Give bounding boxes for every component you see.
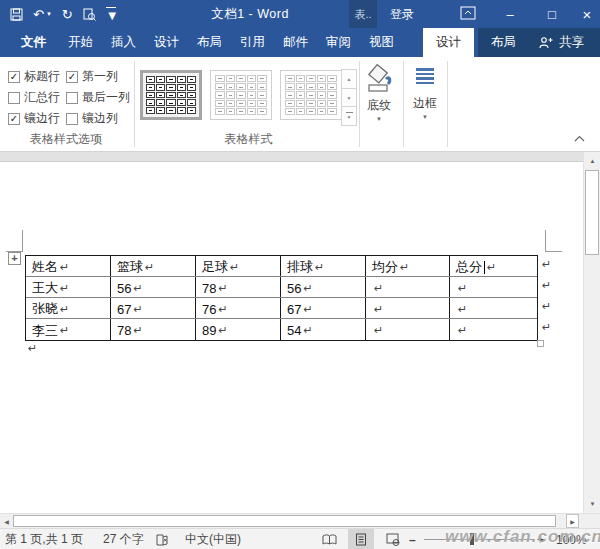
table-header-row[interactable]: 姓名↵ 篮球↵ 足球↵ 排球↵ 均分↵ 总分↵ (26, 256, 537, 277)
table-style-thumbnail-selected[interactable] (140, 70, 202, 120)
end-of-cell-mark: ↵ (60, 324, 69, 337)
tab-table-layout[interactable]: 布局 (478, 28, 529, 57)
end-of-cell-mark: ↵ (458, 282, 467, 295)
save-icon[interactable] (10, 8, 23, 21)
shading-label: 底纹 (367, 97, 391, 114)
horizontal-scrollbar-thumb[interactable] (13, 515, 556, 527)
customize-quick-access-toolbar-icon[interactable]: ▼ (106, 7, 116, 22)
zoom-in-button[interactable]: + (537, 529, 544, 549)
horizontal-scrollbar[interactable]: ◀ ▶ (0, 513, 600, 528)
gallery-scrollbar: ▲ ▼ ▼ (341, 70, 357, 126)
table-cell: ↵ (450, 298, 537, 318)
end-of-cell-mark: ↵ (374, 324, 383, 337)
tab-insert[interactable]: 插入 (102, 28, 145, 57)
undo-dropdown-icon[interactable]: ▼ (46, 11, 52, 17)
checkbox-box[interactable]: ✓ (8, 113, 20, 125)
table-move-handle[interactable]: + (8, 252, 21, 265)
margin-crop-mark-right (545, 251, 562, 252)
tab-references[interactable]: 引用 (231, 28, 274, 57)
end-of-cell-mark: ↵ (218, 282, 227, 295)
proofing-errors-icon[interactable] (155, 529, 169, 549)
web-layout-button[interactable] (380, 529, 406, 549)
table-style-thumbnail[interactable] (210, 70, 272, 120)
print-preview-button[interactable] (83, 8, 96, 21)
status-bar: 第 1 页,共 1 页 27 个字 中文(中国) – + 100% (0, 528, 600, 549)
margin-crop-mark-right (545, 230, 546, 252)
document-area[interactable]: + 姓名↵ 篮球↵ 足球↵ 排球↵ 均分↵ 总分↵ 王大↵ 56↵ 78↵ 56… (0, 152, 583, 513)
vertical-scrollbar-thumb[interactable] (585, 170, 599, 255)
scroll-left-icon[interactable]: ◀ (0, 514, 13, 528)
sign-in-button[interactable]: 登录 (384, 0, 420, 28)
end-of-cell-mark: ↵ (374, 282, 383, 295)
checkbox-label: 标题行 (24, 68, 60, 85)
collapse-ribbon-icon[interactable] (574, 135, 585, 142)
end-of-row-mark: ↵ (542, 300, 551, 313)
language-indicator[interactable]: 中文(中国) (185, 529, 241, 549)
tab-view[interactable]: 视图 (360, 28, 403, 57)
end-of-cell-mark: ↵ (230, 261, 239, 274)
read-mode-button[interactable] (316, 529, 342, 549)
zoom-slider-track[interactable] (424, 539, 534, 540)
checkbox-box[interactable]: ✓ (66, 71, 78, 83)
zoom-slider-thumb[interactable] (470, 533, 474, 545)
end-of-cell-mark: ↵ (218, 324, 227, 337)
table-resize-handle[interactable] (537, 340, 544, 347)
checkbox-box[interactable] (66, 113, 78, 125)
ribbon-display-options-icon[interactable] (460, 6, 476, 20)
checkbox-first-column[interactable]: ✓ 第一列 (66, 66, 136, 87)
gallery-up-icon[interactable]: ▲ (341, 69, 357, 89)
borders-button[interactable]: 边框 ▼ (404, 63, 446, 120)
checkbox-box[interactable] (8, 92, 20, 104)
table-tools-header: 表.. (349, 0, 377, 28)
table-row[interactable]: 李三↵ 78↵ 89↵ 54↵ ↵ ↵ (26, 319, 537, 340)
table-row[interactable]: 王大↵ 56↵ 78↵ 56↵ ↵ ↵ (26, 277, 537, 298)
zoom-level[interactable]: 100% (556, 529, 587, 549)
checkbox-box[interactable] (66, 92, 78, 104)
shading-dropdown-icon[interactable]: ▼ (376, 116, 382, 122)
checkbox-label: 第一列 (82, 68, 118, 85)
checkbox-total-row[interactable]: 汇总行 (8, 87, 66, 108)
print-layout-button[interactable] (348, 529, 374, 549)
scores-table[interactable]: 姓名↵ 篮球↵ 足球↵ 排球↵ 均分↵ 总分↵ 王大↵ 56↵ 78↵ 56↵ … (25, 255, 538, 341)
table-cell: ↵ (366, 298, 450, 318)
shading-button[interactable]: 底纹 ▼ (358, 63, 400, 122)
checkbox-header-row[interactable]: ✓ 标题行 (8, 66, 66, 87)
header-cell: 足球↵ (196, 256, 281, 276)
scroll-right-icon[interactable]: ▶ (566, 514, 579, 528)
table-cell: 67↵ (281, 298, 366, 318)
close-button[interactable]: × (572, 0, 600, 28)
checkbox-last-column[interactable]: 最后一列 (66, 87, 136, 108)
checkbox-box[interactable]: ✓ (8, 71, 20, 83)
table-cell: 56↵ (111, 277, 196, 297)
tab-home[interactable]: 开始 (59, 28, 102, 57)
page-indicator[interactable]: 第 1 页,共 1 页 (5, 529, 83, 549)
tab-file[interactable]: 文件 (8, 28, 59, 57)
end-of-cell-mark: ↵ (374, 303, 383, 316)
table-cell: 67↵ (111, 298, 196, 318)
table-style-thumbnail[interactable] (280, 70, 342, 120)
zoom-out-button[interactable]: – (409, 529, 416, 549)
maximize-button[interactable]: □ (537, 0, 567, 28)
undo-button[interactable]: ↶▼ (33, 8, 52, 21)
end-of-row-mark: ↵ (542, 321, 551, 334)
table-row[interactable]: 张晓↵ 67↵ 76↵ 67↵ ↵ ↵ (26, 298, 537, 319)
minimize-button[interactable]: – (495, 0, 525, 28)
tab-layout[interactable]: 布局 (188, 28, 231, 57)
redo-button[interactable]: ↻ (62, 8, 73, 21)
tab-review[interactable]: 审阅 (317, 28, 360, 57)
group-divider (134, 61, 135, 147)
borders-dropdown-icon[interactable]: ▼ (422, 114, 428, 120)
tab-mailings[interactable]: 邮件 (274, 28, 317, 57)
text-cursor (484, 261, 485, 274)
checkbox-banded-rows[interactable]: ✓ 镶边行 (8, 108, 66, 129)
scroll-up-icon[interactable]: ▲ (584, 152, 600, 169)
gallery-more-icon[interactable]: ▼ (341, 106, 357, 126)
share-button[interactable]: 共享 (525, 28, 600, 57)
gallery-down-icon[interactable]: ▼ (341, 88, 357, 108)
tab-table-design-active[interactable]: 设计 (423, 28, 474, 57)
tab-design[interactable]: 设计 (145, 28, 188, 57)
vertical-scrollbar[interactable]: ▲ ▼ (583, 152, 600, 513)
scroll-down-icon[interactable]: ▼ (584, 495, 600, 512)
word-count[interactable]: 27 个字 (103, 529, 144, 549)
checkbox-banded-columns[interactable]: 镶边列 (66, 108, 136, 129)
